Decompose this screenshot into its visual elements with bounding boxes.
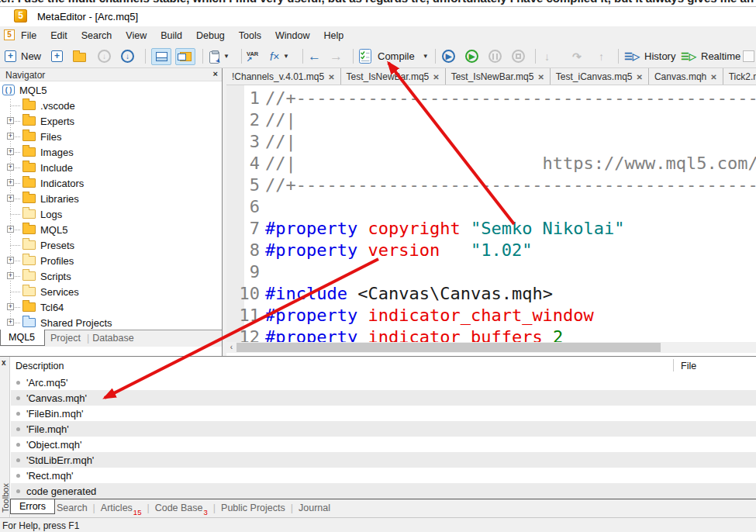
- tab-search[interactable]: Search: [57, 503, 88, 513]
- layout-bottom-button[interactable]: [151, 47, 171, 65]
- error-row-4[interactable]: 'Object.mqh': [11, 437, 756, 452]
- close-tab-icon[interactable]: ✕: [537, 73, 544, 81]
- expand-icon[interactable]: +: [7, 117, 14, 124]
- tree-root-mql5[interactable]: ( )MQL5: [0, 82, 222, 98]
- tab-journal[interactable]: Journal: [299, 503, 330, 513]
- step-into-button[interactable]: ↓: [544, 47, 550, 65]
- expand-icon[interactable]: +: [7, 319, 14, 326]
- nav-tab-project[interactable]: Project: [50, 333, 81, 344]
- editor-tab-1[interactable]: Test_IsNewBar.mq5✕: [341, 68, 446, 85]
- step-out-button[interactable]: ↑: [599, 47, 604, 65]
- expand-icon[interactable]: +: [7, 195, 14, 202]
- editor-tab-2[interactable]: Test_IsNewBar.mq5✕: [446, 68, 551, 85]
- editor-hscrollbar[interactable]: ‹: [226, 342, 756, 353]
- expand-icon[interactable]: +: [7, 133, 14, 140]
- expand-icon[interactable]: +: [7, 148, 14, 155]
- tree-item-presets[interactable]: Presets: [0, 237, 222, 253]
- menu-edit[interactable]: Edit: [50, 30, 67, 41]
- expand-icon[interactable]: +: [7, 179, 14, 186]
- tab-errors[interactable]: Errors: [10, 499, 55, 514]
- error-row-2[interactable]: 'FileBin.mqh': [11, 406, 756, 421]
- tree-item-include[interactable]: +Include: [0, 160, 222, 175]
- tree-item-scripts[interactable]: +Scripts: [0, 268, 222, 284]
- scrollbar-thumb[interactable]: [236, 343, 661, 352]
- menu-search[interactable]: Search: [81, 30, 112, 41]
- editor-tab-5[interactable]: Tick2.m: [723, 68, 756, 85]
- folder-icon: [22, 209, 36, 219]
- nav-tab-mql5[interactable]: MQL5: [0, 330, 45, 346]
- back-button[interactable]: ←: [308, 47, 321, 65]
- open-button[interactable]: [73, 47, 86, 65]
- error-row-1[interactable]: 'Canvas.mqh': [11, 390, 756, 406]
- editor-tab-4[interactable]: Canvas.mqh✕: [649, 68, 723, 85]
- tab-code-base[interactable]: Code Base3: [155, 503, 208, 513]
- toolbox-close-icon[interactable]: x: [2, 358, 6, 367]
- expand-icon[interactable]: +: [7, 272, 14, 279]
- realtime-button[interactable]: ☰▷Realtime: [681, 47, 740, 65]
- close-tab-icon[interactable]: ✕: [637, 73, 643, 81]
- bullet-icon: [16, 396, 20, 400]
- debug-realtime-button[interactable]: ▶: [442, 47, 455, 65]
- new-button[interactable]: +New: [5, 47, 41, 65]
- expand-icon[interactable]: +: [7, 257, 14, 264]
- history-button[interactable]: ☰▷History: [624, 47, 675, 65]
- tree-item-services[interactable]: Services: [0, 284, 222, 299]
- column-description[interactable]: Description: [16, 361, 64, 371]
- step-over-button[interactable]: ↷: [572, 47, 582, 65]
- document-icon[interactable]: 5: [4, 29, 15, 40]
- tree-item--vscode[interactable]: .vscode: [0, 98, 222, 113]
- menu-file[interactable]: File: [21, 30, 36, 41]
- editor-tab-0[interactable]: !Channels_v.4.01.mq5✕: [226, 68, 341, 85]
- expand-icon[interactable]: +: [7, 226, 14, 233]
- menu-debug[interactable]: Debug: [196, 30, 225, 41]
- stop-button[interactable]: [512, 47, 525, 65]
- variables-button[interactable]: VAR↗: [247, 47, 258, 65]
- tree-item-images[interactable]: +Images: [0, 144, 222, 160]
- nav-tab-database[interactable]: Database: [92, 333, 134, 344]
- functions-button[interactable]: f×▼: [270, 47, 289, 65]
- close-tab-icon[interactable]: ✕: [328, 73, 334, 81]
- tab-articles[interactable]: Articles15: [101, 503, 142, 513]
- tree-item-profiles[interactable]: +Profiles: [0, 253, 222, 268]
- error-row-0[interactable]: 'Arc.mq5': [11, 375, 756, 390]
- menu-view[interactable]: View: [126, 30, 147, 41]
- tree-item-indicators[interactable]: +Indicators: [0, 175, 222, 191]
- debug-history-button[interactable]: ▶: [465, 47, 478, 65]
- menu-help[interactable]: Help: [323, 30, 343, 41]
- save-all-button[interactable]: ↓: [121, 47, 134, 65]
- partial-button[interactable]: [743, 47, 754, 65]
- tree-item-shared-projects[interactable]: +Shared Projects: [0, 315, 222, 330]
- error-row-6[interactable]: 'Rect.mqh': [11, 468, 756, 483]
- forward-button[interactable]: →: [330, 47, 343, 65]
- menu-tools[interactable]: Tools: [239, 30, 261, 41]
- menu-build[interactable]: Build: [161, 30, 182, 41]
- error-row-5[interactable]: 'StdLibErr.mqh': [11, 452, 756, 468]
- snippets-button[interactable]: ▼: [209, 47, 230, 65]
- close-tab-icon[interactable]: ✕: [433, 73, 439, 81]
- scroll-left-icon[interactable]: ‹: [226, 342, 236, 353]
- navigator-close-icon[interactable]: ×: [213, 69, 218, 78]
- new-window-button[interactable]: +: [51, 47, 63, 65]
- menu-window[interactable]: Window: [275, 30, 309, 41]
- error-row-7[interactable]: code generated: [11, 483, 756, 499]
- tree-item-tcl64[interactable]: +Tcl64: [0, 299, 222, 315]
- close-tab-icon[interactable]: ✕: [710, 73, 716, 81]
- folder-window-icon: [180, 52, 192, 61]
- tab-public-projects[interactable]: Public Projects: [221, 503, 285, 513]
- tree-item-logs[interactable]: Logs: [0, 206, 222, 222]
- tree-item-experts[interactable]: +Experts: [0, 113, 222, 129]
- save-button-disabled[interactable]: ↓: [98, 47, 111, 65]
- editor-tab-3[interactable]: Test_iCanvas.mq5✕: [551, 68, 649, 85]
- compile-button[interactable]: Compile▼: [359, 47, 429, 65]
- expand-icon[interactable]: +: [7, 303, 14, 310]
- expand-icon[interactable]: +: [7, 164, 14, 171]
- tree-item-libraries[interactable]: +Libraries: [0, 191, 222, 206]
- bullet-icon: [16, 489, 20, 493]
- code-editor[interactable]: 1//+------------------------------------…: [226, 85, 756, 342]
- error-row-3[interactable]: 'File.mqh': [11, 421, 756, 437]
- tree-item-mql5[interactable]: +MQL5: [0, 222, 222, 237]
- tree-item-files[interactable]: +Files: [0, 129, 222, 144]
- column-file[interactable]: File: [681, 361, 696, 371]
- pause-button[interactable]: [488, 47, 502, 65]
- layout-navigator-button[interactable]: [175, 47, 195, 65]
